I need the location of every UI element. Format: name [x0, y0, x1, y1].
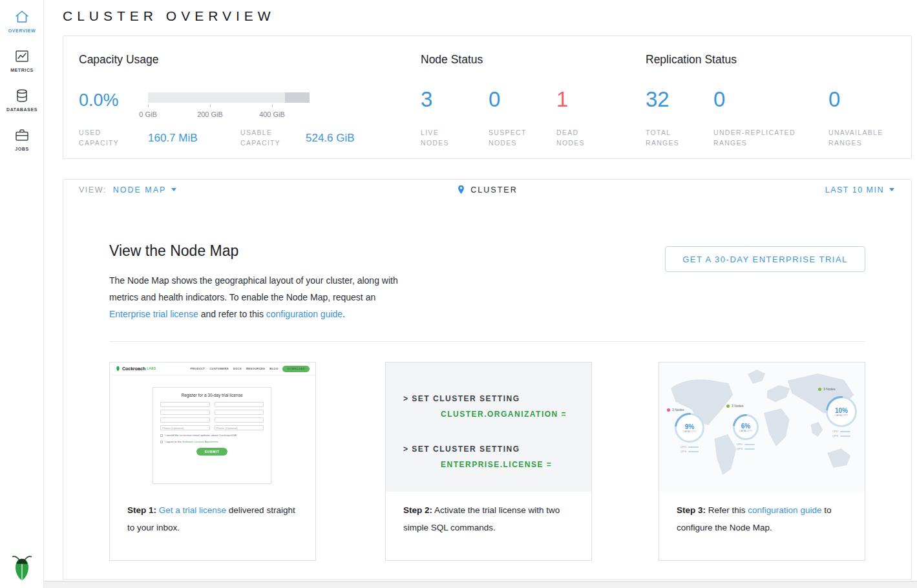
configuration-guide-link[interactable]: configuration guide — [266, 309, 343, 319]
mini-site-brand: Cockroach LABS — [116, 366, 156, 372]
form-field — [160, 417, 210, 423]
total-ranges-value: 32 — [646, 88, 679, 111]
locality-dot-icon — [667, 408, 670, 412]
suspect-nodes-stat: 0 SUSPECTNODES — [489, 88, 527, 148]
unavailable-ranges-stat: 0 UNAVAILABLERANGES — [828, 88, 883, 148]
page-title: CLUSTER OVERVIEW — [63, 8, 275, 24]
step1-registration-screenshot: Cockroach LABS PRODUCT CUSTOMERS DOCS RE… — [110, 362, 315, 492]
node-locality-badge: 3 Nodes — [667, 408, 684, 412]
cockroach-labs-logo[interactable] — [0, 554, 44, 582]
chevron-down-icon — [889, 188, 894, 191]
sidebar-item-label: DATABASES — [6, 107, 37, 112]
get-trial-license-link[interactable]: Get a trial license — [159, 505, 226, 515]
live-nodes-stat: 3 LIVENODES — [421, 88, 449, 148]
node-map-heading: View the Node Map — [109, 242, 238, 260]
phone-field: Phone (Optional) — [215, 425, 264, 430]
axis-tick-label: 200 GiB — [197, 110, 223, 118]
used-capacity-label: USEDCAPACITY — [79, 127, 119, 148]
checkbox-icon — [160, 434, 163, 437]
phone-field: Phone (Optional) — [160, 425, 210, 430]
databases-icon — [14, 88, 30, 103]
horizontal-scrollbar[interactable] — [0, 581, 917, 588]
under-replicated-ranges-value: 0 — [713, 88, 796, 111]
time-range-dropdown[interactable]: LAST 10 MIN — [825, 185, 894, 194]
dead-nodes-value: 1 — [556, 88, 585, 111]
cluster-summary-card: Capacity Usage 0.0% 0 GiB 200 GiB 400 Gi… — [63, 36, 912, 159]
usable-capacity-value: 524.6 GiB — [306, 132, 355, 145]
replication-status-title: Replication Status — [646, 53, 737, 67]
capacity-used-percent: 0.0% — [79, 90, 119, 110]
mini-site-download-button: DOWNLOAD — [282, 366, 310, 372]
capacity-gauge: 10% CAPACITY CPU QPS — [826, 396, 857, 438]
live-nodes-value: 3 — [421, 88, 449, 111]
sidebar-item-label: METRICS — [10, 68, 34, 72]
usable-capacity-label: USABLECAPACITY — [240, 127, 280, 148]
under-replicated-ranges-stat: 0 UNDER-REPLICATEDRANGES — [713, 88, 796, 148]
breadcrumb-cluster: CLUSTER — [335, 185, 640, 195]
view-selector-dropdown[interactable]: NODE MAP — [113, 185, 177, 194]
step3-caption: Step 3: Refer this configuration guide t… — [659, 492, 865, 536]
dead-nodes-stat: 1 DEADNODES — [556, 88, 585, 148]
sidebar-item-label: OVERVIEW — [8, 28, 36, 33]
step3-card: 3 Nodes 3 Nodes 3 Nodes 9% CAPACITY CPU … — [659, 362, 865, 561]
view-toolbar: VIEW: NODE MAP CLUSTER LAST 10 MIN — [63, 179, 912, 200]
step2-caption: Step 2: Activate the trial license with … — [386, 492, 591, 536]
capacity-gauge: 9% CAPACITY CPU QPS — [675, 413, 704, 454]
mini-site-nav: PRODUCT CUSTOMERS DOCS RESOURCES BLOG DO… — [190, 366, 310, 372]
configuration-guide-link[interactable]: configuration guide — [748, 505, 821, 515]
sidebar-item-metrics[interactable]: METRICS — [0, 39, 44, 79]
unavailable-ranges-value: 0 — [828, 88, 883, 111]
axis-tick-label: 0 GiB — [139, 110, 157, 118]
submit-button: SUBMIT — [196, 448, 227, 456]
node-locality-badge: 3 Nodes — [726, 404, 744, 408]
suspect-nodes-value: 0 — [489, 88, 527, 111]
trial-registration-form: Register for a 30-day trial license Phon… — [153, 387, 271, 484]
form-title: Register for a 30-day trial license — [160, 393, 264, 397]
node-locality-badge: 3 Nodes — [818, 387, 836, 391]
step1-caption: Step 1: Get a trial license delivered st… — [110, 492, 315, 536]
checkbox-icon — [160, 441, 163, 443]
sidebar-item-overview[interactable]: OVERVIEW — [0, 0, 44, 39]
section-divider — [109, 341, 865, 342]
metrics-icon — [14, 48, 30, 64]
used-capacity-value: 160.7 MiB — [148, 132, 198, 145]
capacity-bar-reserved-segment — [285, 92, 310, 103]
axis-tick — [272, 104, 273, 107]
step1-card: Cockroach LABS PRODUCT CUSTOMERS DOCS RE… — [109, 362, 316, 561]
newsletter-checkbox-row: I would like to receive email updates ab… — [160, 434, 264, 437]
form-field — [160, 402, 210, 407]
enterprise-trial-button[interactable]: GET A 30-DAY ENTERPRISE TRIAL — [665, 246, 865, 272]
license-agreement-checkbox-row: I agree to the Software License Agreemen… — [160, 440, 264, 443]
node-map-panel: View the Node Map The Node Map shows the… — [63, 200, 912, 580]
home-icon — [14, 9, 30, 25]
sidebar-item-databases[interactable]: DATABASES — [0, 79, 44, 118]
capacity-usage-bar — [148, 92, 310, 103]
capacity-usage-title: Capacity Usage — [79, 53, 159, 67]
axis-tick-label: 400 GiB — [259, 110, 285, 118]
location-pin-icon — [457, 185, 465, 195]
enterprise-trial-license-link[interactable]: Enterprise trial license — [109, 309, 198, 319]
sidebar: OVERVIEW METRICS DATABASES JOBS — [0, 0, 44, 588]
sidebar-item-label: JOBS — [15, 147, 28, 151]
node-status-title: Node Status — [421, 53, 483, 67]
capacity-gauge: 6% CAPACITY CPU QPS — [733, 414, 759, 451]
axis-tick — [148, 104, 149, 107]
cluster-organization-setting: CLUSTER.ORGANIZATION = — [441, 406, 591, 422]
step2-card: > SET CLUSTER SETTING CLUSTER.ORGANIZATI… — [385, 362, 592, 561]
form-field — [160, 410, 210, 415]
sidebar-item-jobs[interactable]: JOBS — [0, 118, 44, 158]
step3-node-map-preview: 3 Nodes 3 Nodes 3 Nodes 9% CAPACITY CPU … — [659, 362, 865, 492]
locality-dot-icon — [818, 388, 821, 391]
total-ranges-stat: 32 TOTALRANGES — [646, 88, 679, 148]
view-label: VIEW: — [79, 185, 107, 194]
form-field — [215, 417, 264, 423]
form-field — [215, 410, 264, 415]
enterprise-license-setting: ENTERPRISE.LICENSE = — [441, 457, 591, 472]
axis-tick — [210, 104, 211, 107]
form-field — [215, 402, 264, 407]
node-map-description: The Node Map shows the geographical layo… — [109, 272, 408, 322]
chevron-down-icon — [171, 188, 176, 191]
step2-sql-commands: > SET CLUSTER SETTING CLUSTER.ORGANIZATI… — [386, 362, 591, 492]
locality-dot-icon — [726, 404, 730, 408]
jobs-icon — [14, 127, 30, 143]
